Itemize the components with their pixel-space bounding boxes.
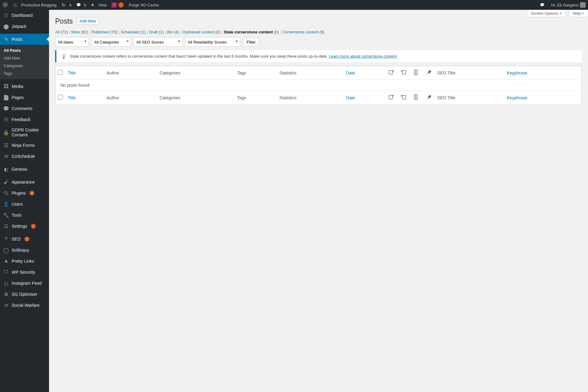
sidebar-label: Instagram Feed xyxy=(12,281,42,286)
sidebar-item-media[interactable]: 🖼Media xyxy=(0,81,49,92)
svg-rect-0 xyxy=(389,70,393,74)
sidebar-label: Tools xyxy=(12,213,22,218)
new-content-link[interactable]: New xyxy=(91,2,107,8)
sidebar-item-dashboard[interactable]: ⏲Dashboard xyxy=(0,10,49,21)
filter-button[interactable]: Filter xyxy=(243,37,260,47)
sidebar-item-instagram-feed[interactable]: ◻Instagram Feed xyxy=(0,278,49,289)
posts-table: Title Author Categories Tags Statistics … xyxy=(55,66,582,105)
sidebar-icon: ⬤ xyxy=(3,23,9,29)
sidebar-item-pretty-links[interactable]: ★Pretty Links xyxy=(0,256,49,267)
sidebar-item-soliloquy[interactable]: ◯Soliloquy xyxy=(0,245,49,256)
updates-link[interactable]: 4 xyxy=(62,2,71,8)
svg-point-9 xyxy=(415,96,416,96)
yoast-toolbar-link[interactable]: Y1 xyxy=(112,2,124,8)
sidebar-icon: 💬 xyxy=(3,105,9,112)
sidebar-label: SEO xyxy=(12,237,21,242)
sidebar-label: Users xyxy=(12,202,23,207)
sidebar-item-genesis[interactable]: ◐Genesis xyxy=(0,164,49,175)
sidebar-item-tools[interactable]: 🔧Tools xyxy=(0,210,49,221)
filter-categories[interactable]: All Categories xyxy=(91,37,131,47)
filter-link-stale-cornerstone-content: Stale cornerstone content xyxy=(224,30,274,34)
notice-link[interactable]: Learn more about cornerstone content xyxy=(329,54,396,59)
plus-icon xyxy=(91,2,97,8)
wp-logo[interactable] xyxy=(2,2,9,8)
comments-link[interactable]: 0 xyxy=(76,2,86,8)
sidebar-item-social-warfare[interactable]: ⟳Social Warfare xyxy=(0,300,49,311)
notice-text: Stale cornerstone content refers to corn… xyxy=(70,54,329,59)
comment-icon xyxy=(76,2,82,8)
notifications-link[interactable] xyxy=(540,2,546,8)
filter-link-orphaned-content[interactable]: Orphaned content xyxy=(182,30,215,34)
sidebar-icon: 🔧 xyxy=(3,212,9,218)
sidebar-label: Dashboard xyxy=(12,13,33,18)
submenu-tags[interactable]: Tags xyxy=(0,70,49,77)
yoast-icon: Y xyxy=(112,2,117,8)
sidebar-item-posts[interactable]: ✎Posts xyxy=(0,34,49,45)
sidebar-item-sg-optimiser[interactable]: ⚙SG Optimiser xyxy=(0,289,49,300)
sidebar-item-appearance[interactable]: 🖌Appearance xyxy=(0,177,49,188)
submenu-categories[interactable]: Categories xyxy=(0,62,49,70)
submenu-all-posts[interactable]: All Posts xyxy=(0,47,49,54)
filter-readability[interactable]: All Readability Scores xyxy=(185,37,240,47)
table-footer-row: Title Author Categories Tags Statistics … xyxy=(55,91,582,105)
filter-link-all[interactable]: All xyxy=(55,30,61,34)
user-greeting-link[interactable]: Hi, Eb Gargano xyxy=(551,2,586,8)
sidebar-label: Appearance xyxy=(12,180,35,185)
col-title-footer[interactable]: Title xyxy=(65,91,104,105)
select-all-footer-checkbox[interactable] xyxy=(58,95,63,100)
select-all-checkbox[interactable] xyxy=(58,70,63,75)
sidebar-icon: ☰ xyxy=(3,142,9,148)
sidebar-icon: 🔒 xyxy=(3,129,9,135)
filter-seo[interactable]: All SEO Scores xyxy=(134,37,183,47)
filter-links-row: All (72)|Mine (61)|Published (70)|Schedu… xyxy=(55,30,582,34)
sidebar-icon: ⚙ xyxy=(3,291,9,297)
filter-link-published[interactable]: Published xyxy=(92,30,110,34)
sidebar-icon: ⟳ xyxy=(3,153,9,159)
filter-link-scheduled[interactable]: Scheduled xyxy=(121,30,141,34)
sidebar-icon: Y xyxy=(3,236,9,242)
col-author: Author xyxy=(104,66,157,80)
col-readability-icon xyxy=(423,66,435,80)
sidebar-item-seo[interactable]: YSEO1 xyxy=(0,234,49,245)
sidebar-label: Feedback xyxy=(12,117,30,122)
sidebar-item-wp-security[interactable]: 🛡WP Security xyxy=(0,267,49,278)
purge-cache-link[interactable]: Purge SG Cache xyxy=(129,3,159,7)
filter-row: All dates All Categories All SEO Scores … xyxy=(55,37,582,47)
admin-toolbar: Productive Blogging 4 0 New Y1 Purge SG … xyxy=(0,0,588,10)
filter-link-bin[interactable]: Bin xyxy=(167,30,174,34)
add-new-button[interactable]: Add New xyxy=(76,17,99,25)
sidebar-item-users[interactable]: 👤Users xyxy=(0,199,49,210)
sidebar-item-jetpack[interactable]: ⬤Jetpack xyxy=(0,21,49,32)
filter-link-draft[interactable]: Draft xyxy=(149,30,159,34)
submenu-add-new[interactable]: Add New xyxy=(0,54,49,62)
site-home-link[interactable]: Productive Blogging xyxy=(13,2,57,8)
svg-point-11 xyxy=(415,98,416,99)
sidebar-item-pages[interactable]: 📄Pages xyxy=(0,92,49,103)
sidebar-label: Settings xyxy=(12,224,27,229)
sidebar-icon: 🛡 xyxy=(3,269,9,275)
col-date[interactable]: Date xyxy=(343,66,386,80)
no-posts-message: No posts found. xyxy=(55,80,582,91)
help-toggle[interactable]: Help xyxy=(569,10,588,17)
svg-point-5 xyxy=(415,73,416,74)
sidebar-item-ninja-forms[interactable]: ☰Ninja Forms xyxy=(0,140,49,151)
sidebar-item-settings[interactable]: ☳Settings1 xyxy=(0,221,49,232)
lightbulb-icon xyxy=(61,53,67,59)
svg-rect-6 xyxy=(389,95,393,99)
sidebar-label: WP Security xyxy=(12,270,35,275)
sidebar-item-coschedule[interactable]: ⟳CoSchedule xyxy=(0,151,49,162)
filter-dates[interactable]: All dates xyxy=(55,37,89,47)
screen-options-toggle[interactable]: Screen Options xyxy=(527,10,565,17)
col-keyphrase[interactable]: Keyphrase xyxy=(504,66,582,80)
filter-link-cornerstone-content[interactable]: Cornerstone content xyxy=(282,30,319,34)
sidebar-icon: 🖼 xyxy=(3,83,9,89)
sidebar-label: Pages xyxy=(12,95,24,100)
sidebar-item-gdpr-cookie-consent[interactable]: 🔒GDPR Cookie Consent xyxy=(0,125,49,140)
col-title[interactable]: Title xyxy=(65,66,104,80)
sidebar-item-feedback[interactable]: ☷Feedback xyxy=(0,114,49,125)
sidebar-icon: ◯ xyxy=(3,247,9,253)
filter-link-mine[interactable]: Mine xyxy=(71,30,81,34)
sidebar-label: Comments xyxy=(12,106,32,111)
sidebar-item-comments[interactable]: 💬Comments xyxy=(0,103,49,114)
sidebar-item-plugins[interactable]: 🔌Plugins4 xyxy=(0,188,49,199)
